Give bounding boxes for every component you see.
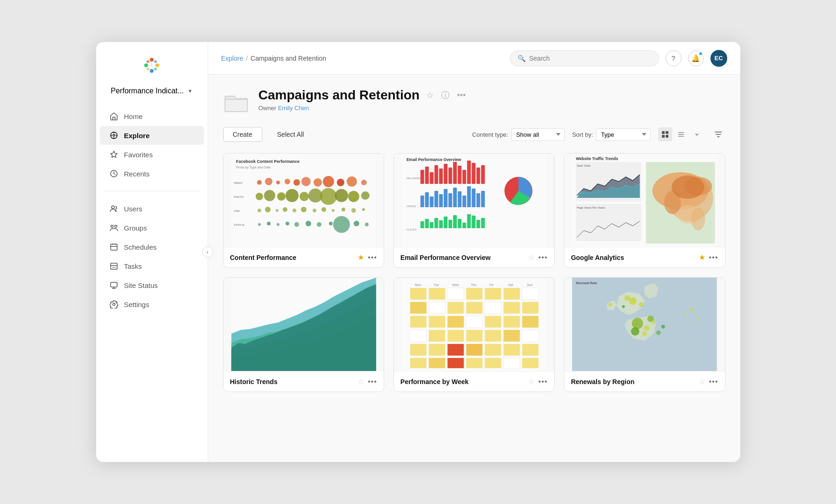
svg-rect-202 — [410, 358, 426, 368]
svg-rect-176 — [447, 302, 464, 314]
sidebar-admin: Users Groups Schedules Tasks — [96, 195, 208, 318]
sort-by-label: Sort by: — [572, 131, 593, 138]
svg-point-72 — [312, 209, 316, 212]
sidebar-item-schedules[interactable]: Schedules — [100, 238, 204, 256]
list-view-button[interactable] — [674, 127, 688, 141]
schedules-icon — [109, 242, 119, 252]
svg-point-30 — [112, 303, 115, 306]
select-all-button[interactable]: Select All — [268, 127, 314, 141]
svg-point-47 — [276, 181, 280, 184]
explore-icon — [109, 131, 119, 140]
breadcrumb-explore[interactable]: Explore — [221, 55, 243, 62]
owner-label: Owner — [259, 105, 276, 112]
svg-point-152 — [672, 175, 704, 199]
card-actions-performance-week: ☆ ••• — [528, 377, 548, 386]
card-renewals-region[interactable]: Renewal Rate — [564, 277, 725, 392]
sidebar-item-schedules-label: Schedules — [124, 243, 157, 251]
notifications-button[interactable]: 🔔 — [688, 50, 704, 66]
svg-point-220 — [647, 315, 654, 322]
svg-point-86 — [333, 216, 350, 233]
svg-point-66 — [257, 209, 261, 212]
card-more-google-analytics[interactable]: ••• — [709, 253, 718, 262]
sidebar-item-users[interactable]: Users — [100, 199, 204, 218]
owner-name[interactable]: Emily Chen — [278, 105, 309, 112]
content-type-select[interactable]: Show all Workbooks Views Data Sources — [511, 128, 565, 141]
workspace-selector[interactable]: Performance Indicat... ▼ — [96, 83, 208, 103]
svg-point-59 — [285, 189, 298, 202]
card-star-renewals-region[interactable]: ☆ — [699, 377, 705, 386]
sidebar-logo — [96, 42, 208, 83]
search-input[interactable] — [529, 55, 651, 62]
favorite-star-button[interactable]: ☆ — [425, 89, 435, 101]
svg-point-227 — [656, 330, 661, 335]
sidebar-item-settings[interactable]: Settings — [100, 295, 204, 314]
sidebar-item-explore[interactable]: Explore — [100, 126, 204, 145]
sidebar-item-home[interactable]: Home — [100, 107, 204, 126]
card-email-performance[interactable]: Email Performance Overview DELIVERED — [393, 153, 555, 268]
svg-rect-118 — [471, 189, 475, 207]
help-button[interactable]: ? — [666, 50, 681, 66]
svg-rect-98 — [448, 168, 452, 184]
card-performance-week[interactable]: Mon Tue Wed Thu Fri Sat Sun — [393, 277, 555, 392]
create-button[interactable]: Create — [223, 127, 262, 142]
svg-point-218 — [644, 325, 650, 331]
card-more-email-performance[interactable]: ••• — [538, 253, 548, 262]
svg-rect-32 — [666, 131, 668, 134]
svg-text:Sun: Sun — [527, 283, 533, 287]
card-footer-google-analytics: Google Analytics ★ ••• — [564, 247, 724, 267]
chevron-down-icon[interactable] — [690, 127, 704, 141]
svg-rect-183 — [447, 316, 464, 328]
sidebar-item-home-label: Home — [124, 112, 143, 120]
bell-icon: 🔔 — [691, 54, 700, 63]
svg-point-6 — [147, 60, 149, 63]
sidebar-item-groups[interactable]: Groups — [100, 218, 204, 237]
sidebar-item-site-status[interactable]: Site Status — [100, 276, 204, 294]
svg-point-5 — [155, 63, 159, 67]
card-star-google-analytics[interactable]: ★ — [699, 253, 705, 262]
svg-text:Facebook Content Performance: Facebook Content Performance — [236, 159, 299, 164]
card-google-analytics[interactable]: Website Traffic Trends Daily Visits — [564, 153, 725, 268]
svg-rect-200 — [503, 344, 520, 356]
more-options-button[interactable]: ••• — [456, 90, 467, 101]
favorites-icon — [109, 150, 119, 159]
card-more-performance-week[interactable]: ••• — [538, 378, 548, 386]
svg-rect-102 — [467, 161, 471, 184]
info-button[interactable]: ⓘ — [440, 89, 450, 102]
sidebar-item-favorites[interactable]: Favorites — [100, 145, 204, 164]
card-more-renewals-region[interactable]: ••• — [709, 378, 718, 386]
sidebar-item-users-label: Users — [124, 205, 142, 213]
card-historic-trends[interactable]: Historic Trends ☆ ••• — [223, 277, 384, 392]
sidebar-collapse-button[interactable]: ‹ — [202, 246, 213, 258]
card-star-content-performance[interactable]: ★ — [358, 253, 364, 262]
svg-rect-130 — [457, 219, 461, 228]
svg-rect-129 — [453, 215, 457, 228]
card-more-historic-trends[interactable]: ••• — [368, 378, 377, 386]
card-star-historic-trends[interactable]: ☆ — [358, 377, 364, 386]
svg-text:Wed: Wed — [452, 283, 458, 287]
svg-point-226 — [661, 325, 665, 329]
card-actions-renewals-region: ☆ ••• — [699, 377, 718, 386]
card-content-performance[interactable]: Facebook Content Performance Posts by Ty… — [223, 153, 384, 268]
card-thumbnail-renewals-region: Renewal Rate — [564, 278, 724, 371]
search-bar[interactable]: 🔍 — [510, 50, 659, 66]
svg-rect-188 — [410, 330, 426, 342]
svg-point-78 — [258, 223, 260, 226]
svg-point-62 — [320, 188, 337, 205]
filter-button[interactable] — [711, 127, 725, 141]
svg-rect-173 — [522, 288, 538, 300]
card-star-email-performance[interactable]: ☆ — [528, 253, 534, 262]
svg-point-222 — [631, 327, 639, 336]
user-avatar[interactable]: EC — [710, 50, 727, 67]
svg-rect-92 — [420, 170, 424, 184]
svg-rect-208 — [522, 358, 538, 368]
svg-rect-131 — [462, 223, 466, 228]
card-star-performance-week[interactable]: ☆ — [528, 377, 534, 386]
sidebar-item-recents[interactable]: Recents — [100, 164, 204, 183]
svg-text:LINK: LINK — [233, 210, 239, 212]
grid-view-button[interactable] — [658, 127, 672, 141]
sidebar-item-tasks[interactable]: Tasks — [100, 257, 204, 275]
svg-point-228 — [683, 314, 686, 316]
sort-by-select[interactable]: Type Name Date Modified Date Created — [596, 128, 651, 141]
card-more-content-performance[interactable]: ••• — [368, 253, 377, 262]
svg-rect-190 — [447, 330, 464, 342]
